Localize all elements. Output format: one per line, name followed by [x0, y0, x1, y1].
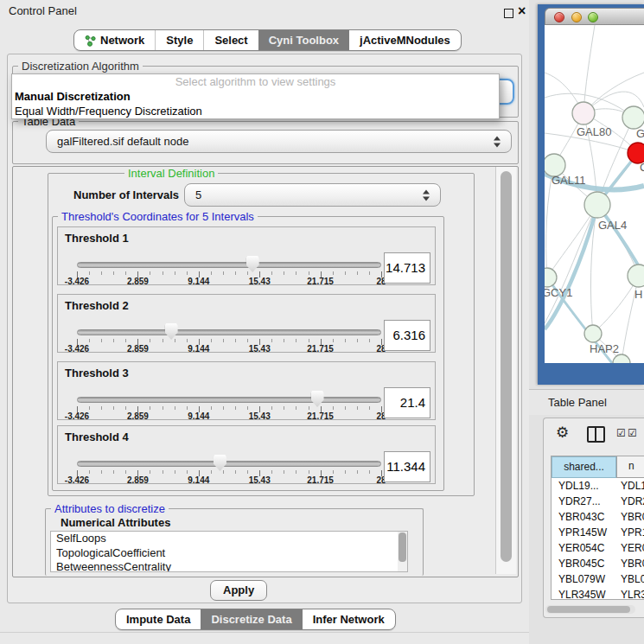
tick-mark [235, 470, 236, 474]
table-row[interactable]: YLR345WYLR3 [552, 587, 644, 600]
network-node[interactable] [572, 102, 595, 124]
table-row[interactable]: YBR043CYBR0 [552, 509, 644, 525]
tab-select[interactable]: Select [203, 30, 258, 50]
tab-cyni-toolbox[interactable]: Cyni Toolbox [258, 30, 349, 50]
tick-label: 15.43 [249, 411, 271, 421]
split-columns-icon[interactable] [587, 426, 605, 443]
tick-mark [271, 271, 272, 275]
network-edge[interactable] [583, 25, 595, 113]
cell-name[interactable]: YDR2 [616, 495, 644, 507]
table-row[interactable]: YDR27...YDR2 [552, 494, 644, 509]
close-traffic-light[interactable] [554, 12, 564, 22]
cell-name[interactable]: YLR3 [616, 589, 644, 600]
cell-shared-name[interactable]: YLR345W [552, 587, 616, 600]
slider-thumb[interactable] [214, 455, 226, 471]
dropdown-option-equal-width[interactable]: Equal Width/Frequency Discretization [12, 104, 499, 118]
tick-mark [309, 470, 309, 474]
gear-icon[interactable]: ⚙ [556, 424, 569, 442]
network-canvas[interactable]: GAL80GACGAL11GAL4GCY1HHAP2 [545, 25, 644, 363]
tab-impute-data[interactable]: Impute Data [116, 609, 201, 629]
scrollbar-thumb[interactable] [501, 171, 512, 562]
close-icon[interactable]: × [518, 3, 526, 20]
slider-thumb[interactable] [165, 323, 178, 340]
cell-name[interactable]: YBL0 [616, 573, 644, 585]
cell-shared-name[interactable]: YDL19... [552, 478, 616, 494]
table-row[interactable]: YPR145WYPR1 [552, 525, 644, 540]
attribute-item[interactable]: SelfLoops [51, 532, 407, 546]
threshold-value-field[interactable]: 11.344 [384, 451, 430, 482]
checkbox-icon[interactable]: ☑ [616, 428, 626, 438]
tab-style[interactable]: Style [155, 30, 203, 50]
apply-button[interactable]: Apply [210, 580, 267, 601]
cell-name[interactable]: YBR0 [616, 511, 644, 523]
table-row[interactable]: YDL19...YDL1 [552, 478, 644, 494]
tick-label: 15.43 [249, 344, 271, 354]
tab-infer-network[interactable]: Infer Network [303, 609, 395, 629]
tick-mark [101, 271, 102, 275]
float-window-icon[interactable] [504, 9, 513, 18]
tick-mark [296, 271, 296, 275]
tick-mark [284, 470, 284, 474]
network-svg: GAL80GACGAL11GAL4GCY1HHAP2 [545, 25, 644, 363]
cell-shared-name[interactable]: YPR145W [552, 525, 616, 540]
group-title: Threshold's Coordinates for 5 Intervals [58, 210, 258, 223]
minimize-traffic-light[interactable] [571, 12, 582, 22]
cell-name[interactable]: YPR1 [616, 526, 644, 539]
table-row[interactable]: YBR045CYBR0 [552, 556, 644, 571]
table-row[interactable]: YER054CYER0 [552, 540, 644, 556]
tab-jactivemnodules[interactable]: jActiveMNodules [349, 30, 461, 50]
column-header-name[interactable]: n [616, 456, 644, 478]
cell-name[interactable]: YER0 [616, 542, 644, 554]
network-node[interactable] [584, 325, 602, 342]
tick-mark [163, 406, 163, 410]
scrollbar-thumb[interactable] [547, 606, 630, 613]
threshold-1-panel: Threshold 1 -3.4262.8599.14415.4321.7152… [57, 226, 436, 285]
scrollbar-thumb[interactable] [399, 532, 406, 562]
table-data-combobox[interactable]: galFiltered.sif default node [46, 130, 512, 153]
checkbox-icon[interactable]: ☑ [628, 428, 637, 438]
cell-shared-name[interactable]: YBR045C [552, 556, 616, 571]
tick-label: 15.43 [249, 475, 271, 485]
number-of-intervals-label: Number of Intervals [73, 188, 179, 201]
network-node[interactable] [628, 265, 644, 287]
slider-thumb[interactable] [311, 391, 324, 407]
tick-mark [271, 406, 272, 410]
column-header-shared-name[interactable]: shared... [552, 456, 616, 478]
network-node[interactable] [584, 192, 610, 218]
threshold-label: Threshold 2 [65, 299, 129, 312]
tab-discretize-data[interactable]: Discretize Data [201, 609, 302, 629]
slider-thumb[interactable] [246, 256, 259, 272]
network-edge[interactable] [545, 205, 597, 323]
zoom-traffic-light[interactable] [588, 12, 598, 22]
cell-name[interactable]: YBR0 [616, 558, 644, 570]
horizontal-scrollbar[interactable] [545, 605, 635, 614]
numerical-attributes-list[interactable]: SelfLoopsTopologicalCoefficientBetweenne… [50, 531, 408, 572]
tick-mark [235, 271, 236, 275]
attribute-item[interactable]: BetweennessCentrality [51, 560, 407, 572]
table-row[interactable]: YBL079WYBL0 [552, 571, 644, 587]
tick-mark [333, 470, 334, 474]
vertical-scrollbar[interactable] [495, 167, 516, 574]
node-label: GCY1 [545, 286, 572, 299]
tick-labels: -3.4262.8599.14415.4321.71528 [77, 475, 381, 485]
tick-mark [211, 339, 212, 342]
tab-network[interactable]: Network [74, 30, 155, 50]
cell-shared-name[interactable]: YDR27... [552, 494, 616, 509]
threshold-value-field[interactable]: 21.4 [384, 387, 430, 418]
network-node[interactable] [622, 106, 644, 129]
number-of-intervals-combobox[interactable]: 5 [184, 183, 441, 207]
tick-mark [223, 406, 224, 410]
dropdown-option-manual[interactable]: Manual Discretization [12, 89, 499, 104]
threshold-value-field[interactable]: 14.713 [384, 252, 430, 284]
cell-name[interactable]: YDL1 [616, 480, 644, 492]
node-label: GAL11 [552, 174, 586, 187]
cell-shared-name[interactable]: YER054C [552, 540, 616, 556]
cell-shared-name[interactable]: YBL079W [552, 571, 616, 587]
cell-shared-name[interactable]: YBR043C [552, 509, 616, 525]
threshold-value-field[interactable]: 6.316 [384, 320, 430, 351]
network-node[interactable] [545, 268, 557, 287]
tick-mark [271, 470, 272, 474]
tick-mark [163, 339, 163, 342]
attribute-item[interactable]: TopologicalCoefficient [51, 546, 407, 561]
list-scrollbar[interactable] [398, 532, 407, 571]
